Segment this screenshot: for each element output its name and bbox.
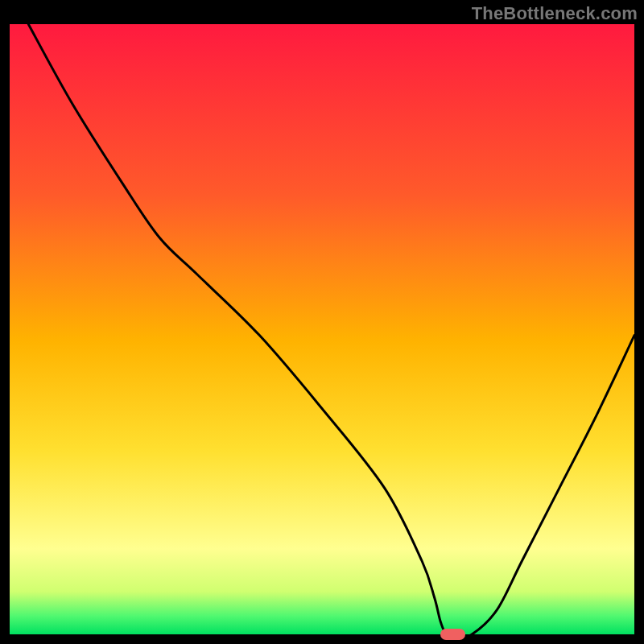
bottleneck-plot-svg [10,24,634,634]
watermark-label: TheBottleneck.com [472,3,638,24]
optimal-point-marker [440,629,465,640]
chart-container: TheBottleneck.com [0,0,644,644]
gradient-background [10,24,634,634]
plot-area [10,24,634,634]
